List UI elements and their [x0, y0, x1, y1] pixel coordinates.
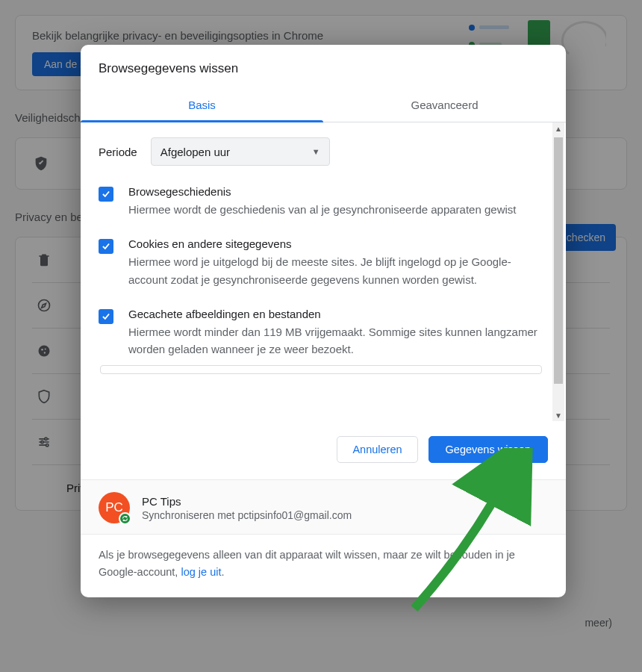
footnote-text-post: . — [221, 566, 224, 578]
scroll-up-icon[interactable]: ▲ — [552, 122, 564, 134]
clear-data-button[interactable]: Gegevens wissen — [428, 436, 548, 463]
option-title: Cookies en andere sitegegevens — [128, 237, 540, 250]
sign-out-link[interactable]: log je uit — [181, 566, 221, 578]
avatar-wrapper: PC — [99, 492, 130, 523]
checkbox-cookies[interactable] — [99, 239, 113, 254]
time-range-value: Afgelopen uur — [160, 146, 230, 158]
account-sync-status: Synchroniseren met pctipsinfo01@gmail.co… — [142, 509, 352, 521]
option-title: Browsegeschiedenis — [128, 185, 516, 198]
option-desc: Hiermee word je uitgelogd bij de meeste … — [128, 253, 540, 288]
clear-browsing-data-dialog: Browsegegevens wissen Basis Geavanceerd … — [81, 45, 566, 597]
dialog-actions: Annuleren Gegevens wissen — [81, 421, 566, 479]
partial-box — [100, 365, 542, 374]
sync-badge-icon — [119, 512, 131, 525]
dialog-tabs: Basis Geavanceerd — [81, 90, 566, 122]
footnote: Als je browsegegevens alleen van dit app… — [81, 534, 566, 597]
footnote-text-pre: Als je browsegegevens alleen van dit app… — [99, 549, 515, 578]
scrollbar-thumb[interactable] — [554, 137, 563, 384]
account-name: PC Tips — [142, 495, 352, 508]
checkbox-cached[interactable] — [99, 309, 113, 324]
cancel-button[interactable]: Annuleren — [337, 436, 417, 463]
tab-basic[interactable]: Basis — [81, 90, 323, 122]
option-desc: Hiermee wordt de geschiedenis van al je … — [128, 201, 516, 218]
option-desc: Hiermee wordt minder dan 119 MB vrijgema… — [128, 323, 540, 358]
chevron-down-icon: ▼ — [312, 147, 320, 156]
time-range-label: Periode — [99, 146, 137, 158]
dialog-title: Browsegegevens wissen — [81, 45, 566, 90]
dialog-scroll-area: Periode Afgelopen uur ▼ Browsegeschieden… — [81, 122, 566, 421]
option-browsing-history: Browsegeschiedenis Hiermee wordt de gesc… — [99, 185, 543, 218]
account-row: PC PC Tips Synchroniseren met pctipsinfo… — [81, 479, 566, 534]
tab-advanced[interactable]: Geavanceerd — [323, 90, 566, 122]
option-cached: Gecachete afbeeldingen en bestanden Hier… — [99, 308, 543, 358]
scroll-down-icon[interactable]: ▼ — [552, 409, 564, 421]
time-range-select[interactable]: Afgelopen uur ▼ — [151, 137, 330, 166]
option-cookies: Cookies en andere sitegegevens Hiermee w… — [99, 237, 543, 288]
checkbox-browsing-history[interactable] — [99, 187, 113, 202]
dialog-body: Periode Afgelopen uur ▼ Browsegeschieden… — [81, 122, 566, 421]
time-range-row: Periode Afgelopen uur ▼ — [99, 137, 543, 166]
scrollbar-track[interactable]: ▲ ▼ — [552, 122, 564, 421]
option-title: Gecachete afbeeldingen en bestanden — [128, 308, 540, 320]
